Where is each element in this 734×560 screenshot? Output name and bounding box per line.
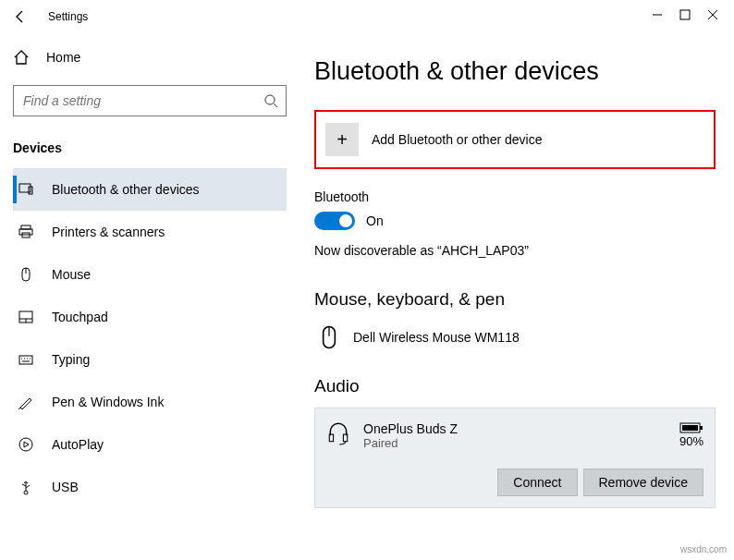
sidebar-item-label: Typing <box>52 352 90 367</box>
sidebar-item-label: AutoPlay <box>52 437 104 452</box>
sidebar-item-label: Mouse <box>52 267 91 282</box>
audio-device-card[interactable]: OnePlus Buds Z Paired 90% Connect Remove… <box>314 408 716 508</box>
sidebar-item-pen[interactable]: Pen & Windows Ink <box>13 381 287 423</box>
category-heading: Devices <box>13 140 287 155</box>
bluetooth-toggle[interactable] <box>314 212 355 230</box>
device-icon <box>17 181 35 198</box>
audio-heading: Audio <box>314 376 716 396</box>
window-title: Settings <box>48 10 88 23</box>
svg-rect-14 <box>19 356 32 364</box>
touchpad-icon <box>17 309 35 325</box>
svg-point-2 <box>265 95 275 104</box>
usb-icon <box>17 479 35 495</box>
svg-rect-29 <box>682 425 698 431</box>
svg-point-21 <box>24 491 28 494</box>
minimize-button[interactable] <box>643 1 671 29</box>
svg-point-20 <box>19 438 32 451</box>
plus-icon: + <box>325 123 359 156</box>
battery-percent: 90% <box>679 434 703 448</box>
maximize-button[interactable] <box>671 1 699 29</box>
sidebar-item-autoplay[interactable]: AutoPlay <box>13 423 287 466</box>
audio-device-status: Paired <box>363 436 667 450</box>
search-icon <box>263 93 278 108</box>
svg-rect-6 <box>21 225 31 229</box>
sidebar-item-bluetooth[interactable]: Bluetooth & other devices <box>13 168 287 211</box>
remove-device-button[interactable]: Remove device <box>583 469 704 496</box>
keyboard-icon <box>17 351 35 368</box>
svg-rect-1 <box>680 10 690 19</box>
sidebar-item-label: Printers & scanners <box>52 225 165 239</box>
mouse-icon <box>17 266 35 283</box>
watermark: wsxdn.com <box>680 544 727 554</box>
page-title: Bluetooth & other devices <box>314 57 716 86</box>
add-device-label: Add Bluetooth or other device <box>372 132 542 147</box>
back-button[interactable] <box>13 9 28 24</box>
battery-icon <box>679 421 703 434</box>
svg-rect-25 <box>329 434 333 442</box>
sidebar-item-typing[interactable]: Typing <box>13 338 287 381</box>
home-icon <box>13 49 30 66</box>
svg-rect-26 <box>343 434 347 442</box>
close-button[interactable] <box>699 1 727 29</box>
headset-icon <box>326 421 350 445</box>
sidebar-item-label: Pen & Windows Ink <box>52 395 164 409</box>
svg-rect-7 <box>19 229 32 235</box>
add-device-row[interactable]: + Add Bluetooth or other device <box>314 110 716 169</box>
sidebar-item-touchpad[interactable]: Touchpad <box>13 296 287 338</box>
device-item-mouse[interactable]: Dell Wireless Mouse WM118 <box>314 321 716 376</box>
sidebar-item-label: USB <box>52 480 79 494</box>
search-input[interactable] <box>14 86 286 116</box>
sidebar-item-label: Bluetooth & other devices <box>52 182 200 197</box>
connect-button[interactable]: Connect <box>497 469 577 496</box>
printer-icon <box>17 224 35 240</box>
sidebar-item-label: Touchpad <box>52 310 108 324</box>
home-label: Home <box>46 50 80 65</box>
svg-rect-28 <box>700 426 703 430</box>
search-box[interactable] <box>13 85 287 116</box>
svg-line-3 <box>274 103 277 107</box>
sidebar-item-mouse[interactable]: Mouse <box>13 253 287 296</box>
audio-device-name: OnePlus Buds Z <box>363 421 667 436</box>
mkp-heading: Mouse, keyboard, & pen <box>314 289 716 310</box>
sidebar-item-usb[interactable]: USB <box>13 466 287 508</box>
device-name: Dell Wireless Mouse WM118 <box>353 330 520 345</box>
home-link[interactable]: Home <box>13 41 287 74</box>
pen-icon <box>17 394 35 410</box>
autoplay-icon <box>17 436 35 453</box>
bluetooth-state: On <box>366 213 384 228</box>
bluetooth-heading: Bluetooth <box>314 189 716 204</box>
sidebar-item-printers[interactable]: Printers & scanners <box>13 211 287 253</box>
mouse-icon <box>318 324 340 350</box>
discoverable-text: Now discoverable as “AHCH_LAP03” <box>314 243 716 258</box>
